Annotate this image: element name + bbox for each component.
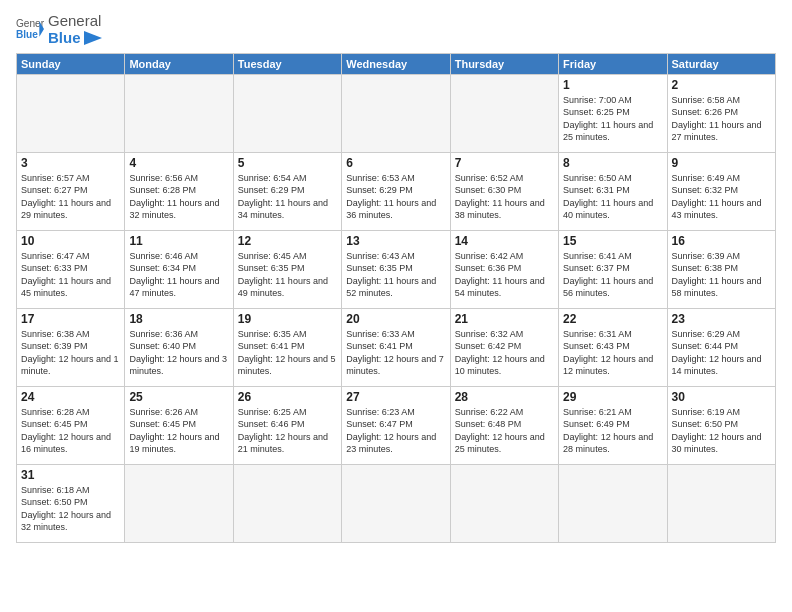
day-cell: 15Sunrise: 6:41 AM Sunset: 6:37 PM Dayli… bbox=[559, 230, 667, 308]
day-cell bbox=[450, 464, 558, 542]
col-header-thursday: Thursday bbox=[450, 53, 558, 74]
day-number: 16 bbox=[672, 234, 771, 248]
day-info: Sunrise: 6:39 AM Sunset: 6:38 PM Dayligh… bbox=[672, 250, 771, 300]
day-number: 9 bbox=[672, 156, 771, 170]
day-info: Sunrise: 6:47 AM Sunset: 6:33 PM Dayligh… bbox=[21, 250, 120, 300]
logo-blue-text: Blue bbox=[48, 29, 102, 46]
svg-text:Blue: Blue bbox=[16, 30, 38, 41]
day-cell: 8Sunrise: 6:50 AM Sunset: 6:31 PM Daylig… bbox=[559, 152, 667, 230]
day-cell: 12Sunrise: 6:45 AM Sunset: 6:35 PM Dayli… bbox=[233, 230, 341, 308]
day-info: Sunrise: 6:22 AM Sunset: 6:48 PM Dayligh… bbox=[455, 406, 554, 456]
day-info: Sunrise: 6:49 AM Sunset: 6:32 PM Dayligh… bbox=[672, 172, 771, 222]
day-number: 23 bbox=[672, 312, 771, 326]
week-row-3: 17Sunrise: 6:38 AM Sunset: 6:39 PM Dayli… bbox=[17, 308, 776, 386]
day-number: 11 bbox=[129, 234, 228, 248]
day-info: Sunrise: 6:21 AM Sunset: 6:49 PM Dayligh… bbox=[563, 406, 662, 456]
day-info: Sunrise: 6:45 AM Sunset: 6:35 PM Dayligh… bbox=[238, 250, 337, 300]
day-info: Sunrise: 6:57 AM Sunset: 6:27 PM Dayligh… bbox=[21, 172, 120, 222]
col-header-wednesday: Wednesday bbox=[342, 53, 450, 74]
day-number: 1 bbox=[563, 78, 662, 92]
day-cell: 17Sunrise: 6:38 AM Sunset: 6:39 PM Dayli… bbox=[17, 308, 125, 386]
day-number: 13 bbox=[346, 234, 445, 248]
week-row-5: 31Sunrise: 6:18 AM Sunset: 6:50 PM Dayli… bbox=[17, 464, 776, 542]
day-cell bbox=[233, 464, 341, 542]
day-number: 4 bbox=[129, 156, 228, 170]
day-cell: 20Sunrise: 6:33 AM Sunset: 6:41 PM Dayli… bbox=[342, 308, 450, 386]
week-row-2: 10Sunrise: 6:47 AM Sunset: 6:33 PM Dayli… bbox=[17, 230, 776, 308]
day-info: Sunrise: 6:19 AM Sunset: 6:50 PM Dayligh… bbox=[672, 406, 771, 456]
day-info: Sunrise: 6:52 AM Sunset: 6:30 PM Dayligh… bbox=[455, 172, 554, 222]
day-cell: 27Sunrise: 6:23 AM Sunset: 6:47 PM Dayli… bbox=[342, 386, 450, 464]
day-cell bbox=[450, 74, 558, 152]
col-header-sunday: Sunday bbox=[17, 53, 125, 74]
day-number: 31 bbox=[21, 468, 120, 482]
week-row-4: 24Sunrise: 6:28 AM Sunset: 6:45 PM Dayli… bbox=[17, 386, 776, 464]
day-number: 2 bbox=[672, 78, 771, 92]
day-number: 17 bbox=[21, 312, 120, 326]
day-info: Sunrise: 7:00 AM Sunset: 6:25 PM Dayligh… bbox=[563, 94, 662, 144]
day-info: Sunrise: 6:56 AM Sunset: 6:28 PM Dayligh… bbox=[129, 172, 228, 222]
day-number: 19 bbox=[238, 312, 337, 326]
day-number: 20 bbox=[346, 312, 445, 326]
col-header-friday: Friday bbox=[559, 53, 667, 74]
day-number: 15 bbox=[563, 234, 662, 248]
day-number: 30 bbox=[672, 390, 771, 404]
day-cell: 9Sunrise: 6:49 AM Sunset: 6:32 PM Daylig… bbox=[667, 152, 775, 230]
blue-triangle-icon bbox=[84, 31, 102, 45]
day-cell: 24Sunrise: 6:28 AM Sunset: 6:45 PM Dayli… bbox=[17, 386, 125, 464]
day-cell: 21Sunrise: 6:32 AM Sunset: 6:42 PM Dayli… bbox=[450, 308, 558, 386]
day-info: Sunrise: 6:35 AM Sunset: 6:41 PM Dayligh… bbox=[238, 328, 337, 378]
day-cell: 26Sunrise: 6:25 AM Sunset: 6:46 PM Dayli… bbox=[233, 386, 341, 464]
day-number: 14 bbox=[455, 234, 554, 248]
day-number: 26 bbox=[238, 390, 337, 404]
col-header-tuesday: Tuesday bbox=[233, 53, 341, 74]
day-cell bbox=[17, 74, 125, 152]
day-cell: 14Sunrise: 6:42 AM Sunset: 6:36 PM Dayli… bbox=[450, 230, 558, 308]
day-cell bbox=[342, 464, 450, 542]
day-number: 27 bbox=[346, 390, 445, 404]
day-number: 18 bbox=[129, 312, 228, 326]
day-cell bbox=[667, 464, 775, 542]
header: General Blue General Blue bbox=[16, 12, 776, 47]
day-number: 21 bbox=[455, 312, 554, 326]
day-cell: 3Sunrise: 6:57 AM Sunset: 6:27 PM Daylig… bbox=[17, 152, 125, 230]
col-header-monday: Monday bbox=[125, 53, 233, 74]
day-cell: 30Sunrise: 6:19 AM Sunset: 6:50 PM Dayli… bbox=[667, 386, 775, 464]
day-number: 25 bbox=[129, 390, 228, 404]
day-info: Sunrise: 6:54 AM Sunset: 6:29 PM Dayligh… bbox=[238, 172, 337, 222]
day-number: 29 bbox=[563, 390, 662, 404]
day-cell bbox=[559, 464, 667, 542]
logo-icon: General Blue bbox=[16, 15, 44, 43]
day-cell bbox=[342, 74, 450, 152]
day-cell: 13Sunrise: 6:43 AM Sunset: 6:35 PM Dayli… bbox=[342, 230, 450, 308]
day-number: 3 bbox=[21, 156, 120, 170]
day-info: Sunrise: 6:31 AM Sunset: 6:43 PM Dayligh… bbox=[563, 328, 662, 378]
day-cell: 18Sunrise: 6:36 AM Sunset: 6:40 PM Dayli… bbox=[125, 308, 233, 386]
day-info: Sunrise: 6:29 AM Sunset: 6:44 PM Dayligh… bbox=[672, 328, 771, 378]
day-info: Sunrise: 6:36 AM Sunset: 6:40 PM Dayligh… bbox=[129, 328, 228, 378]
day-cell: 5Sunrise: 6:54 AM Sunset: 6:29 PM Daylig… bbox=[233, 152, 341, 230]
logo-general-text: General bbox=[48, 12, 102, 29]
day-cell: 29Sunrise: 6:21 AM Sunset: 6:49 PM Dayli… bbox=[559, 386, 667, 464]
day-number: 6 bbox=[346, 156, 445, 170]
day-info: Sunrise: 6:23 AM Sunset: 6:47 PM Dayligh… bbox=[346, 406, 445, 456]
day-cell: 7Sunrise: 6:52 AM Sunset: 6:30 PM Daylig… bbox=[450, 152, 558, 230]
day-cell: 4Sunrise: 6:56 AM Sunset: 6:28 PM Daylig… bbox=[125, 152, 233, 230]
day-info: Sunrise: 6:33 AM Sunset: 6:41 PM Dayligh… bbox=[346, 328, 445, 378]
day-number: 10 bbox=[21, 234, 120, 248]
day-info: Sunrise: 6:53 AM Sunset: 6:29 PM Dayligh… bbox=[346, 172, 445, 222]
day-info: Sunrise: 6:46 AM Sunset: 6:34 PM Dayligh… bbox=[129, 250, 228, 300]
day-cell: 23Sunrise: 6:29 AM Sunset: 6:44 PM Dayli… bbox=[667, 308, 775, 386]
week-row-1: 3Sunrise: 6:57 AM Sunset: 6:27 PM Daylig… bbox=[17, 152, 776, 230]
page: General Blue General Blue SundayMondayTu… bbox=[0, 0, 792, 612]
day-cell: 11Sunrise: 6:46 AM Sunset: 6:34 PM Dayli… bbox=[125, 230, 233, 308]
header-row: SundayMondayTuesdayWednesdayThursdayFrid… bbox=[17, 53, 776, 74]
logo: General Blue General Blue bbox=[16, 12, 102, 47]
svg-marker-3 bbox=[84, 31, 102, 45]
day-cell: 1Sunrise: 7:00 AM Sunset: 6:25 PM Daylig… bbox=[559, 74, 667, 152]
day-info: Sunrise: 6:18 AM Sunset: 6:50 PM Dayligh… bbox=[21, 484, 120, 534]
day-number: 7 bbox=[455, 156, 554, 170]
day-cell bbox=[125, 74, 233, 152]
day-cell: 6Sunrise: 6:53 AM Sunset: 6:29 PM Daylig… bbox=[342, 152, 450, 230]
day-cell: 31Sunrise: 6:18 AM Sunset: 6:50 PM Dayli… bbox=[17, 464, 125, 542]
